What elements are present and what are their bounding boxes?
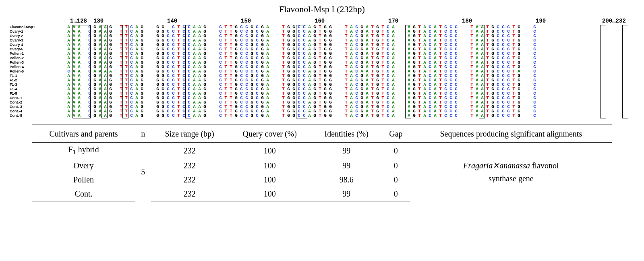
sequence-row: F1-3AAA CGAAG TTCAG GGCCTCCAAG CTTGCCGCG… (8, 83, 636, 87)
sequence-label: Cont.-4 (8, 109, 66, 114)
sequence-label: Ovary-2 (8, 34, 66, 38)
cell-size: 232 (151, 159, 228, 173)
cell-size: 232 (151, 187, 228, 201)
cell-qcover: 100 (228, 187, 311, 201)
ruler-label: 140 (167, 18, 177, 24)
sequence-label: Ovary-5 (8, 47, 66, 52)
sequence-label: Pollen-4 (8, 65, 66, 69)
cell-gap: 0 (381, 159, 410, 173)
cell-qcover: 100 (228, 159, 311, 173)
sequence-label: Flavonol-Msp1 (8, 25, 66, 29)
header-ident: Identities (%) (311, 125, 381, 143)
sequence-row: F1-2AAA CGAAG TTCAG GGCCTCCAAG CTTGCCGCG… (8, 78, 636, 83)
sequence-row: Flavonol-Msp1AAA CGAAG TTCAG GG CTCCAAG … (8, 25, 636, 29)
sequence-row: Ovary-1AAA CGAAG TTCAG GGCCTCCAAG CTTGCC… (8, 29, 636, 34)
cell-qcover: 100 (228, 173, 311, 187)
cell-ident: 99 (311, 143, 381, 159)
cell-ident: 99 (311, 159, 381, 173)
results-table: Cultivars and parents n Size range (bp) … (32, 124, 612, 201)
sequence-label: Pollen-2 (8, 56, 66, 60)
sequence-row: Ovary-3AAA CGAAG TTCAG GGCCTCCAAG CTTGCC… (8, 38, 636, 43)
sequence-row: F1-5AAA CGAAG TTCAG GGCCTCCAAG CTTGCCGCG… (8, 91, 636, 96)
cell-cultivar: Pollen (32, 173, 135, 187)
sequence-row: Ovary-2AAA CGAAG TTCAG GGCCTCCAAG CTTGCC… (8, 34, 636, 38)
sequence-row: F1-1AAA CGAAG TTCAG GGCCTCCAAG CTTGCCGCG… (8, 74, 636, 78)
sequence-row: Pollen-5CAA CAAAA TTCAG GGCCTCCAAG CTTGC… (8, 69, 636, 74)
ruler-label: 180 (462, 18, 472, 24)
sequence-label: Cont.-1 (8, 96, 66, 100)
alignment-ruler: 1…128130140150160170180190200…232 (72, 18, 636, 25)
ruler-label: 1…128 (70, 18, 87, 24)
ruler-label: 130 (93, 18, 104, 24)
cell-cultivar: Overy (32, 159, 135, 173)
sequence-rows: Flavonol-Msp1AAA CGAAG TTCAG GG CTCCAAG … (8, 25, 636, 118)
alignment-block: 1…128130140150160170180190200…232 Flavon… (8, 18, 636, 118)
cell-size: 232 (151, 173, 228, 187)
sequence-label: F1-4 (8, 87, 66, 91)
cell-cultivar: Cont. (32, 187, 135, 201)
sequence-label: Pollen-5 (8, 69, 66, 74)
sequence-label: Cont.-3 (8, 105, 66, 109)
sequence-row: Cont.-4AAA CGAAG TTCAG GGCCTCCAAG CTTGCC… (8, 109, 636, 114)
sequence-row: Cont.-3AAA CGAAG TTCAG GGCCTCCAAG CTTGCC… (8, 105, 636, 109)
sequence-row: Pollen-1AAA CGAAG TTCAG GGCCTCCAAG CTTGC… (8, 52, 636, 56)
cell-gap: 0 (381, 187, 410, 201)
ruler-label: 200…232 (602, 18, 626, 24)
cell-sigalign: Fragaria✕ananassa flavonolsynthase gene (410, 143, 612, 201)
results-table-block: Cultivars and parents n Size range (bp) … (32, 124, 612, 201)
cell-gap: 0 (381, 143, 410, 159)
ruler-label: 160 (315, 18, 325, 24)
ruler-label: 170 (388, 18, 398, 24)
sequence-label: Ovary-1 (8, 29, 66, 34)
cell-gap: 0 (381, 173, 410, 187)
sequence-row: Cont.-2AAA CGAAG TTCAG GGCCTCCAAG CTTGCC… (8, 100, 636, 105)
sequence-bases: AAA CGAAG TTCAG GGCCTCCAAG CTTGCCGCGA TG… (66, 114, 537, 118)
sequence-label: Cont.-2 (8, 100, 66, 105)
sequence-label: Ovary-4 (8, 43, 66, 47)
sequence-label: Cont.-5 (8, 114, 66, 118)
cell-cultivar: F1 hybrid (32, 143, 135, 159)
table-row: F1 hybrid5232100990Fragaria✕ananassa fla… (32, 143, 612, 159)
cell-n: 5 (135, 143, 151, 201)
sequence-label: F1-3 (8, 83, 66, 87)
ruler-label: 150 (241, 18, 251, 24)
header-size: Size range (bp) (151, 125, 228, 143)
header-qcover: Query cover (%) (228, 125, 311, 143)
sequence-label: F1-1 (8, 74, 66, 78)
cell-ident: 99 (311, 187, 381, 201)
header-gap: Gap (381, 125, 410, 143)
sequence-row: Ovary-5AAA CGAAG TTCAG GGCCTCCAAG CTTGCC… (8, 47, 636, 52)
header-cultivars: Cultivars and parents (32, 125, 135, 143)
header-sigalign: Sequences producing significant alignmen… (410, 125, 612, 143)
sequence-label: Pollen-1 (8, 52, 66, 56)
sequence-row: Ovary-4AAA CGAAG TTCAG GGCCTCCAAG CTTGCC… (8, 43, 636, 47)
cell-ident: 98.6 (311, 173, 381, 187)
sequence-row: Pollen-4AAA CGAAG TTCAG GGCCTCCAAG CTTGC… (8, 65, 636, 69)
ruler-label: 190 (536, 18, 546, 24)
sequence-label: F1-5 (8, 91, 66, 96)
header-n: n (135, 125, 151, 143)
table-header-row: Cultivars and parents n Size range (bp) … (32, 125, 612, 143)
page-title: Flavonol-Msp I (232bp) (8, 4, 636, 14)
sequence-row: Pollen-2AAA CGAAG TTCAG GGCCTCCAAG CTTGC… (8, 56, 636, 60)
sequence-label: Pollen-3 (8, 60, 66, 65)
sequence-row: F1-4AAA CGAAG TTCAG GGCCTCCAAG CTTGCCGCG… (8, 87, 636, 91)
sequence-row: Pollen-3AAA CGAAG TTCAG GGCCTCCAAG CTTGC… (8, 60, 636, 65)
sequence-row: Cont.-5AAA CGAAG TTCAG GGCCTCCAAG CTTGCC… (8, 114, 636, 118)
sequence-label: Ovary-3 (8, 38, 66, 43)
table-body: F1 hybrid5232100990Fragaria✕ananassa fla… (32, 143, 612, 201)
sequence-row: Cont.-1AAA CGAAG TTCAG GGCCTCCAAG CTTGCC… (8, 96, 636, 100)
cell-qcover: 100 (228, 143, 311, 159)
sequence-label: F1-2 (8, 78, 66, 83)
cell-size: 232 (151, 143, 228, 159)
